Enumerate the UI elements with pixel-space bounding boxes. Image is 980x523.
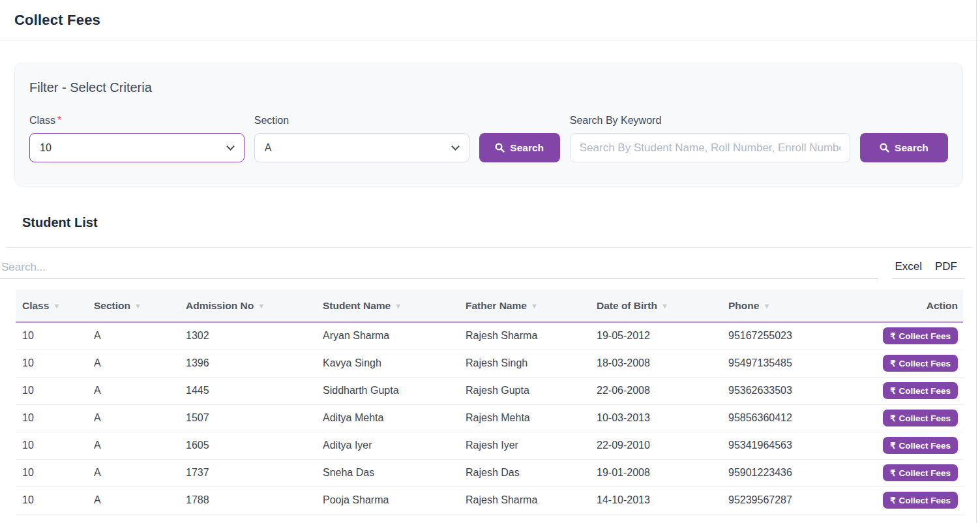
cell-student-name: Siddharth Gupta bbox=[316, 377, 459, 404]
rupee-icon: ₹ bbox=[890, 386, 895, 396]
cell-admission-no: 1737 bbox=[179, 459, 316, 486]
column-header-class[interactable]: Class▼ bbox=[16, 290, 87, 322]
cell-student-name: Pooja Sharma bbox=[316, 486, 459, 514]
sort-icon: ▼ bbox=[661, 302, 668, 310]
cell-class: 10 bbox=[16, 377, 87, 404]
table-search-input[interactable] bbox=[0, 260, 878, 279]
search-icon bbox=[495, 143, 505, 153]
cell-student-name: Aryan Sharma bbox=[316, 322, 459, 350]
class-search-button[interactable]: Search bbox=[479, 133, 560, 162]
cell-class: 10 bbox=[16, 322, 87, 350]
section-field: Section A bbox=[254, 115, 469, 162]
filter-heading: Filter - Select Criteria bbox=[29, 80, 948, 95]
search-icon bbox=[880, 143, 889, 153]
search-button-label: Search bbox=[895, 142, 928, 154]
class-select[interactable]: 10 bbox=[29, 133, 245, 162]
collect-fees-button[interactable]: ₹ Collect Fees bbox=[883, 410, 958, 426]
section-select-wrap: A bbox=[254, 133, 469, 162]
export-buttons: Excel PDF bbox=[892, 260, 965, 279]
collect-fees-button[interactable]: ₹ Collect Fees bbox=[883, 382, 958, 399]
sort-icon: ▼ bbox=[258, 302, 265, 310]
cell-action: ₹ Collect Fees bbox=[872, 486, 963, 514]
cell-section: A bbox=[87, 404, 179, 432]
sort-icon: ▼ bbox=[531, 302, 538, 310]
cell-father-name: Rajesh Mehta bbox=[459, 404, 590, 432]
cell-admission-no: 1605 bbox=[179, 432, 316, 459]
cell-action: ₹ Collect Fees bbox=[872, 350, 963, 377]
keyword-search-button[interactable]: Search bbox=[860, 133, 948, 162]
column-header-father-name[interactable]: Father Name▼ bbox=[459, 290, 590, 322]
collect-fees-button[interactable]: ₹ Collect Fees bbox=[883, 355, 958, 372]
collect-fees-label: Collect Fees bbox=[898, 331, 951, 341]
keyword-label: Search By Keyword bbox=[570, 115, 850, 127]
class-field: Class* 10 bbox=[29, 115, 245, 162]
cell-phone: 95362633503 bbox=[722, 377, 872, 404]
search-button-label: Search bbox=[510, 142, 544, 154]
table-row: 10 A 1302 Aryan Sharma Rajesh Sharma 19-… bbox=[16, 322, 963, 350]
sort-icon: ▼ bbox=[763, 302, 770, 310]
collect-fees-label: Collect Fees bbox=[898, 359, 951, 368]
cell-phone: 95856360412 bbox=[722, 404, 872, 432]
cell-section: A bbox=[87, 350, 179, 377]
student-table-body: 10 A 1302 Aryan Sharma Rajesh Sharma 19-… bbox=[16, 322, 963, 514]
cell-dob: 19-01-2008 bbox=[590, 459, 722, 486]
class-select-wrap: 10 bbox=[29, 133, 245, 162]
column-header-admission-no[interactable]: Admission No▼ bbox=[179, 290, 316, 322]
column-header-action: Action bbox=[872, 290, 963, 322]
table-row: 10 A 1737 Sneha Das Rajesh Das 19-01-200… bbox=[16, 459, 963, 486]
cell-section: A bbox=[87, 377, 179, 404]
cell-class: 10 bbox=[16, 459, 87, 486]
collect-fees-button[interactable]: ₹ Collect Fees bbox=[883, 492, 958, 509]
cell-phone: 95167255023 bbox=[722, 322, 872, 350]
cell-dob: 18-03-2008 bbox=[590, 350, 722, 377]
cell-student-name: Aditya Mehta bbox=[316, 404, 459, 432]
cell-action: ₹ Collect Fees bbox=[872, 404, 963, 432]
collect-fees-label: Collect Fees bbox=[898, 386, 951, 396]
filter-row: Class* 10 Section A Search Search By Key bbox=[29, 115, 948, 162]
cell-dob: 10-03-2013 bbox=[590, 404, 722, 432]
collect-fees-button[interactable]: ₹ Collect Fees bbox=[883, 437, 958, 454]
column-header-date-of-birth[interactable]: Date of Birth▼ bbox=[590, 290, 722, 322]
keyword-input[interactable] bbox=[570, 133, 850, 162]
column-header-section[interactable]: Section▼ bbox=[87, 290, 179, 322]
column-header-student-name[interactable]: Student Name▼ bbox=[316, 290, 459, 322]
student-table: Class▼ Section▼ Admission No▼ Student Na… bbox=[16, 290, 963, 515]
page-header: Collect Fees bbox=[0, 0, 980, 40]
cell-student-name: Aditya Iyer bbox=[316, 432, 459, 459]
cell-class: 10 bbox=[16, 432, 87, 459]
export-pdf-button[interactable]: PDF bbox=[935, 260, 957, 273]
cell-father-name: Rajesh Singh bbox=[459, 350, 590, 377]
cell-phone: 95341964563 bbox=[722, 432, 872, 459]
rupee-icon: ₹ bbox=[890, 331, 895, 341]
table-row: 10 A 1445 Siddharth Gupta Rajesh Gupta 2… bbox=[16, 377, 963, 404]
column-header-phone[interactable]: Phone▼ bbox=[722, 290, 872, 322]
cell-father-name: Rajesh Gupta bbox=[459, 377, 590, 404]
table-row: 10 A 1507 Aditya Mehta Rajesh Mehta 10-0… bbox=[16, 404, 963, 432]
collect-fees-label: Collect Fees bbox=[898, 441, 951, 451]
sort-icon: ▼ bbox=[53, 302, 60, 310]
collect-fees-button[interactable]: ₹ Collect Fees bbox=[883, 464, 958, 481]
table-header-row: Class▼ Section▼ Admission No▼ Student Na… bbox=[16, 290, 963, 322]
student-table-wrap: Class▼ Section▼ Admission No▼ Student Na… bbox=[0, 290, 980, 515]
cell-father-name: Rajesh Iyer bbox=[459, 432, 590, 459]
table-row: 10 A 1605 Aditya Iyer Rajesh Iyer 22-09-… bbox=[16, 432, 963, 459]
collect-fees-button[interactable]: ₹ Collect Fees bbox=[883, 327, 958, 344]
cell-action: ₹ Collect Fees bbox=[872, 459, 963, 486]
cell-admission-no: 1507 bbox=[179, 404, 316, 432]
cell-action: ₹ Collect Fees bbox=[872, 377, 963, 404]
cell-section: A bbox=[87, 432, 179, 459]
sort-icon: ▼ bbox=[394, 302, 402, 310]
section-select[interactable]: A bbox=[254, 133, 469, 162]
cell-dob: 22-09-2010 bbox=[590, 432, 722, 459]
keyword-field: Search By Keyword bbox=[570, 115, 850, 162]
cell-class: 10 bbox=[16, 350, 87, 377]
cell-action: ₹ Collect Fees bbox=[872, 432, 963, 459]
export-excel-button[interactable]: Excel bbox=[895, 260, 922, 273]
required-asterisk: * bbox=[57, 115, 61, 126]
cell-admission-no: 1302 bbox=[179, 322, 316, 350]
cell-phone: 95901223436 bbox=[722, 459, 872, 486]
cell-action: ₹ Collect Fees bbox=[872, 322, 963, 350]
table-toolbar: Excel PDF bbox=[0, 248, 980, 279]
cell-dob: 14-10-2013 bbox=[590, 486, 722, 514]
cell-phone: 95239567287 bbox=[722, 486, 872, 514]
